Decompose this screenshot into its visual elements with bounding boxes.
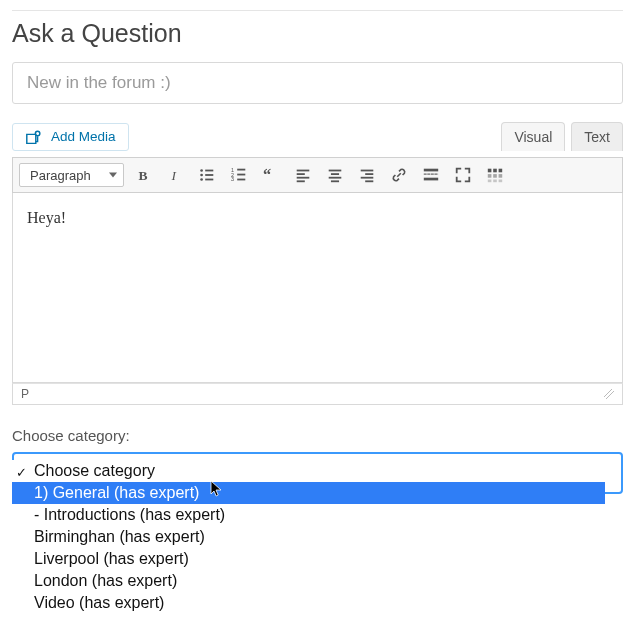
blockquote-button[interactable]: “	[258, 162, 284, 188]
read-more-button[interactable]	[418, 162, 444, 188]
category-label: Choose category:	[12, 427, 623, 444]
svg-rect-36	[493, 169, 497, 173]
editor-mode-tabs: Visual Text	[501, 122, 623, 151]
svg-rect-14	[237, 179, 245, 181]
editor-toolbar: Paragraph B I 123 “	[12, 157, 623, 193]
category-option[interactable]: - Introductions (has expert)	[12, 504, 605, 526]
editor-content-area[interactable]: Heya!	[12, 193, 623, 383]
format-select[interactable]: Paragraph	[19, 163, 124, 187]
category-option[interactable]: Liverpool (has expert)	[12, 548, 605, 570]
svg-rect-41	[488, 180, 492, 183]
tab-text[interactable]: Text	[571, 122, 623, 151]
svg-rect-35	[488, 169, 492, 173]
format-select-label: Paragraph	[30, 168, 91, 183]
bulleted-list-button[interactable]	[194, 162, 220, 188]
media-icon	[25, 129, 43, 145]
svg-rect-33	[435, 174, 438, 175]
svg-rect-28	[424, 169, 438, 172]
align-left-button[interactable]	[290, 162, 316, 188]
svg-text:I: I	[170, 168, 177, 183]
svg-rect-32	[431, 174, 434, 175]
category-option[interactable]: Video (has expert)	[12, 592, 605, 614]
category-option[interactable]: Birminghan (has expert)	[12, 526, 605, 548]
svg-rect-20	[329, 170, 342, 172]
question-title-input[interactable]	[12, 62, 623, 104]
editor-content-text: Heya!	[27, 209, 66, 226]
svg-rect-31	[427, 174, 430, 175]
svg-rect-42	[493, 180, 497, 183]
top-divider	[12, 10, 623, 11]
svg-rect-8	[205, 179, 213, 181]
svg-rect-34	[424, 178, 438, 181]
tab-visual[interactable]: Visual	[501, 122, 565, 151]
svg-rect-23	[331, 180, 339, 182]
bold-button[interactable]: B	[130, 162, 156, 188]
svg-rect-26	[361, 177, 374, 179]
svg-rect-25	[365, 173, 373, 175]
resize-handle[interactable]	[604, 389, 614, 399]
category-option-placeholder[interactable]: Choose category	[12, 460, 605, 482]
svg-rect-27	[365, 180, 373, 182]
svg-rect-19	[297, 180, 305, 182]
svg-rect-17	[297, 173, 305, 175]
svg-rect-16	[297, 170, 310, 172]
link-button[interactable]	[386, 162, 412, 188]
svg-text:B: B	[139, 168, 148, 183]
svg-rect-38	[488, 174, 492, 178]
svg-rect-40	[499, 174, 503, 178]
svg-rect-43	[499, 180, 503, 183]
numbered-list-button[interactable]: 123	[226, 162, 252, 188]
svg-rect-4	[205, 170, 213, 172]
toolbar-toggle-button[interactable]	[482, 162, 508, 188]
editor-statusbar: P	[12, 383, 623, 405]
fullscreen-button[interactable]	[450, 162, 476, 188]
category-option[interactable]: London (has expert)	[12, 570, 605, 592]
italic-button[interactable]: I	[162, 162, 188, 188]
svg-rect-10	[237, 169, 245, 171]
svg-point-3	[200, 169, 203, 172]
svg-rect-18	[297, 177, 310, 179]
svg-point-0	[35, 131, 40, 136]
svg-rect-39	[493, 174, 497, 178]
category-dropdown-list: Choose category 1) General (has expert) …	[12, 460, 605, 614]
page-title: Ask a Question	[12, 19, 623, 48]
svg-rect-6	[205, 174, 213, 176]
add-media-label: Add Media	[51, 129, 116, 144]
svg-rect-22	[329, 177, 342, 179]
svg-text:3: 3	[231, 176, 234, 182]
svg-rect-24	[361, 170, 374, 172]
svg-rect-30	[424, 174, 427, 175]
editor-path: P	[21, 387, 29, 401]
svg-rect-21	[331, 173, 339, 175]
add-media-button[interactable]: Add Media	[12, 123, 129, 151]
svg-text:“: “	[263, 166, 271, 184]
svg-rect-12	[237, 174, 245, 176]
svg-point-7	[200, 178, 203, 181]
category-option[interactable]: 1) General (has expert)	[12, 482, 605, 504]
align-right-button[interactable]	[354, 162, 380, 188]
align-center-button[interactable]	[322, 162, 348, 188]
svg-rect-37	[499, 169, 503, 173]
svg-point-5	[200, 174, 203, 177]
